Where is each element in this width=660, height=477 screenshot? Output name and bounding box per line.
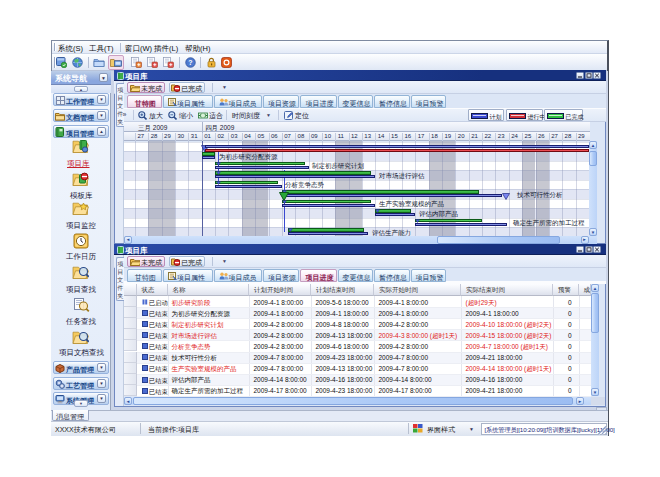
svg-text:?: ?	[188, 59, 192, 66]
